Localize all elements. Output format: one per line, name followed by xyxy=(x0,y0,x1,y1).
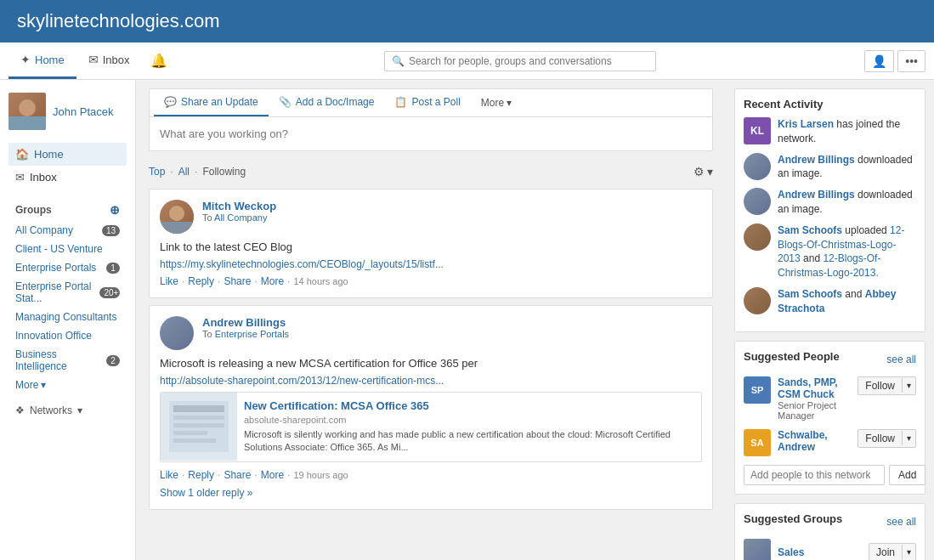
activity-avatar-ab1 xyxy=(744,153,771,180)
composer-tab-more[interactable]: More ▾ xyxy=(471,89,522,116)
post-more-2[interactable]: More xyxy=(261,469,284,481)
suggested-groups-header: Suggested Groups see all xyxy=(744,512,916,532)
group-suggest-name-sales[interactable]: Sales xyxy=(778,546,862,558)
post-card-1: Mitch Weckop To All Company Link to the … xyxy=(149,189,713,298)
post-time-1: 14 hours ago xyxy=(293,276,348,286)
post-header-2: Andrew Billings To Enterprise Portals xyxy=(160,316,702,350)
post-more-1[interactable]: More xyxy=(261,275,284,287)
composer-tab-doc[interactable]: 📎 Add a Doc/Image xyxy=(269,89,385,116)
post-meta-2: Andrew Billings To Enterprise Portals xyxy=(202,316,702,339)
search-input[interactable] xyxy=(409,55,648,67)
group-item-enterpriseportals[interactable]: Enterprise Portals 1 xyxy=(8,258,127,277)
group-item-clientus[interactable]: Client - US Venture xyxy=(8,240,127,258)
activity-avatar-kl: KL xyxy=(744,117,771,144)
suggested-people-see-all[interactable]: see all xyxy=(886,354,916,365)
svg-rect-1 xyxy=(173,405,224,412)
add-group-icon: ⊕ xyxy=(110,203,120,217)
add-people-btn[interactable]: Add xyxy=(889,465,926,485)
post-link-1[interactable]: https://my.skylinetechnologies.com/CEOBl… xyxy=(160,258,702,270)
activity-name-ss1[interactable]: Sam Schoofs xyxy=(778,224,842,236)
activity-name-kl[interactable]: Kris Larsen xyxy=(778,118,834,130)
post-body-1: Link to the latest CEO Blog xyxy=(160,240,702,253)
main-layout: John Ptacek 🏠 Home ✉ Inbox Groups ⊕ All … xyxy=(0,80,934,560)
follow-btn-sp[interactable]: Follow ▾ xyxy=(858,376,916,395)
person-name-sp[interactable]: Sands, PMP, CSM Chuck xyxy=(778,376,851,400)
user-profile: John Ptacek xyxy=(8,93,127,130)
composer-text-input[interactable] xyxy=(160,127,702,140)
post-share-2[interactable]: Share xyxy=(224,469,251,481)
filter-top[interactable]: Top xyxy=(149,166,165,178)
recent-activity-title: Recent Activity xyxy=(744,98,916,110)
post-reply-2[interactable]: Reply xyxy=(188,469,214,481)
activity-name-ss2[interactable]: Sam Schoofs xyxy=(778,288,842,300)
post-to-group-2[interactable]: Enterprise Portals xyxy=(215,329,289,339)
nav-tab-inbox[interactable]: ✉ Inbox xyxy=(76,42,142,79)
show-older-replies[interactable]: Show 1 older reply » xyxy=(160,484,252,502)
group-item-allcompany[interactable]: All Company 13 xyxy=(8,221,127,240)
feed-settings-btn[interactable]: ⚙ ▾ xyxy=(693,165,713,178)
post-share-1[interactable]: Share xyxy=(224,275,251,287)
inbox-icon: ✉ xyxy=(15,171,25,184)
site-title: skylinetechnologies.com xyxy=(17,10,219,31)
activity-text-3: Sam Schoofs uploaded 12-Blogs-Of-Christm… xyxy=(778,223,916,280)
paperclip-icon: 📎 xyxy=(279,96,292,108)
person-avatar-sa: SA xyxy=(744,429,771,456)
sidebar-item-home[interactable]: 🏠 Home xyxy=(8,143,127,166)
right-sidebar: Recent Activity KL Kris Larsen has joine… xyxy=(726,80,934,560)
networks-item[interactable]: ❖ Networks ▾ xyxy=(8,399,127,421)
follow-chevron-sa: ▾ xyxy=(902,431,915,445)
composer-tab-share[interactable]: 💬 Share an Update xyxy=(154,89,269,116)
user-name[interactable]: John Ptacek xyxy=(53,105,114,118)
preview-desc-2: Microsoft is silently working and has ma… xyxy=(244,428,694,455)
activity-text-1: Andrew Billings downloaded an image. xyxy=(778,153,916,182)
svg-rect-3 xyxy=(173,423,224,427)
suggested-people-header: Suggested People see all xyxy=(744,350,916,370)
filter-all[interactable]: All xyxy=(178,166,190,178)
groups-section-header[interactable]: Groups ⊕ xyxy=(8,199,127,221)
avatar-image xyxy=(8,93,46,130)
post-like-2[interactable]: Like xyxy=(160,469,178,481)
follow-btn-sa[interactable]: Follow ▾ xyxy=(858,429,916,448)
filter-links: Top · All · Following xyxy=(149,166,246,178)
groups-more-link[interactable]: More ▾ xyxy=(8,376,127,394)
post-to-group-1[interactable]: All Company xyxy=(214,212,267,223)
post-author-1[interactable]: Mitch Weckop xyxy=(202,200,702,212)
post-like-1[interactable]: Like xyxy=(160,275,178,287)
post-actions-1: Like · Reply · Share · More · 14 hours a… xyxy=(160,275,702,287)
composer-tab-poll[interactable]: 📋 Post a Poll xyxy=(384,89,470,116)
join-btn-sales[interactable]: Join ▾ xyxy=(869,543,916,560)
post-reply-1[interactable]: Reply xyxy=(188,275,214,287)
activity-name-ab1[interactable]: Andrew Billings xyxy=(778,154,855,166)
group-item-enterpriseportalstat[interactable]: Enterprise Portal Stat... 20+ xyxy=(8,277,127,308)
post-link-2[interactable]: http://absolute-sharepoint.com/2013/12/n… xyxy=(160,375,702,387)
post-meta-1: Mitch Weckop To All Company xyxy=(202,200,702,223)
composer-tabs: 💬 Share an Update 📎 Add a Doc/Image 📋 Po… xyxy=(150,89,712,117)
more-chevron-icon: ▾ xyxy=(507,97,512,109)
sidebar-item-inbox[interactable]: ✉ Inbox xyxy=(8,166,127,189)
person-item-sp: SP Sands, PMP, CSM Chuck Senior Project … xyxy=(744,376,916,421)
activity-text-2: Andrew Billings downloaded an image. xyxy=(778,188,916,217)
svg-rect-5 xyxy=(173,438,216,443)
group-item-businessintelligence[interactable]: Business Intelligence 2 xyxy=(8,345,127,376)
post-to-1: To All Company xyxy=(202,212,702,223)
inbox-nav-icon: ✉ xyxy=(88,53,99,66)
nav-tab-home[interactable]: ✦ Home xyxy=(8,42,76,79)
preview-title-2[interactable]: New Certification: MCSA Office 365 xyxy=(244,399,694,412)
group-item-innovationoffice[interactable]: Innovation Office xyxy=(8,326,127,345)
nav-tabs: ✦ Home ✉ Inbox 🔔 xyxy=(8,42,176,79)
header-actions: 👤 ••• xyxy=(864,50,926,72)
activity-name-ab2[interactable]: Andrew Billings xyxy=(778,189,855,201)
notifications-bell[interactable]: 🔔 xyxy=(142,42,176,79)
add-people-input[interactable] xyxy=(744,465,885,485)
add-people-area: Add xyxy=(744,465,916,485)
more-options-btn[interactable]: ••• xyxy=(897,50,926,72)
group-item-managingconsultants[interactable]: Managing Consultants xyxy=(8,308,127,326)
suggested-groups-see-all[interactable]: see all xyxy=(886,516,916,528)
search-area: 🔍 xyxy=(176,51,865,71)
activity-item-3: Sam Schoofs uploaded 12-Blogs-Of-Christm… xyxy=(744,223,916,280)
user-profile-btn[interactable]: 👤 xyxy=(864,50,894,72)
person-name-sa[interactable]: Schwalbe, Andrew xyxy=(778,429,851,453)
suggested-people-section: Suggested People see all SP Sands, PMP, … xyxy=(734,341,926,495)
post-author-2[interactable]: Andrew Billings xyxy=(202,316,702,329)
composer-input-area[interactable] xyxy=(150,117,712,150)
